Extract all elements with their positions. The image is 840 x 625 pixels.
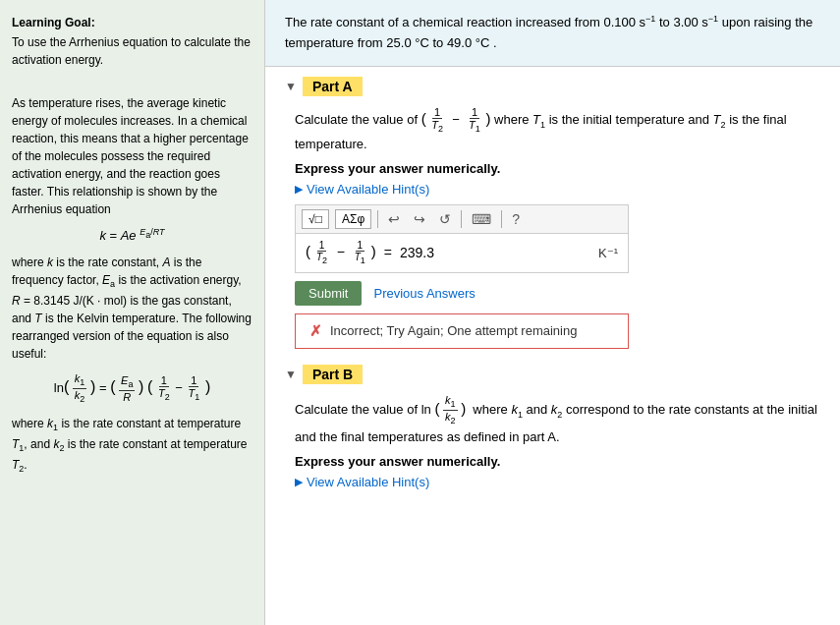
part-b-hint-text: View Available Hint(s) [307,475,429,489]
help-icon[interactable]: ? [508,209,524,229]
toolbar-divider [377,210,378,228]
answer-equals: = [384,245,392,260]
part-a-header: ▼ Part A [285,77,820,96]
sidebar-equation2: ln( k1k2 ) = ( EaR ) ( 1T2 − 1T1 ) [12,372,252,405]
problem-statement: The rate constant of a chemical reaction… [265,0,840,67]
part-b-express: Express your answer numerically. [295,454,820,469]
undo-icon[interactable]: ↩ [384,209,404,229]
part-a-section: ▼ Part A Calculate the value of ( 1T2 − … [285,77,820,349]
answer-math-label: ( 1T2 − 1T1 ) [306,240,376,266]
toolbar-divider3 [501,210,502,228]
part-a-label: Part A [303,77,363,96]
sidebar-equation1: k = Ae Ea/RT [12,226,252,246]
math-toolbar: √□ ΑΣφ ↩ ↪ ↺ ⌨ ? [295,204,629,233]
part-a-body: Calculate the value of ( 1T2 − 1T1 ) whe… [285,106,820,349]
incorrect-icon: ✗ [309,322,322,340]
redo-icon[interactable]: ↪ [410,209,429,229]
answer-input[interactable] [400,245,592,260]
sidebar-para2: where k is the rate constant, A is the f… [12,254,252,363]
part-b-hint[interactable]: ▶ View Available Hint(s) [295,475,820,489]
part-b-section: ▼ Part B Calculate the value of ln ( k1k… [285,365,820,489]
sidebar-para1: As temperature rises, the average kineti… [12,94,252,218]
part-b-label: Part B [303,365,363,384]
part-b-hint-arrow-icon: ▶ [295,476,303,488]
symbol-button[interactable]: ΑΣφ [335,209,371,229]
incorrect-text: Incorrect; Try Again; One attempt remain… [330,323,577,338]
part-b-question: Calculate the value of ln ( k1k2 ) where… [295,394,820,448]
part-a-express: Express your answer numerically. [295,161,820,176]
main-content: The rate constant of a chemical reaction… [265,0,840,625]
previous-answers-link[interactable]: Previous Answers [373,286,475,301]
sidebar: Learning Goal: To use the Arrhenius equa… [0,0,265,625]
problem-text: The rate constant of a chemical reaction… [285,15,812,50]
symbol-icon: ΑΣφ [342,212,364,226]
sqrt-button[interactable]: √□ [302,209,329,229]
part-a-hint[interactable]: ▶ View Available Hint(s) [295,182,820,197]
toolbar-divider2 [461,210,462,228]
part-b-header: ▼ Part B [285,365,820,384]
learning-goal-title: Learning Goal: [12,14,252,31]
hint-link-text: View Available Hint(s) [307,182,429,197]
part-a-question: Calculate the value of ( 1T2 − 1T1 ) whe… [295,106,820,155]
part-b-body: Calculate the value of ln ( k1k2 ) where… [285,394,820,489]
part-a-collapse-arrow[interactable]: ▼ [285,80,297,93]
submit-button[interactable]: Submit [295,281,362,306]
keyboard-icon[interactable]: ⌨ [468,209,495,229]
part-b-collapse-arrow[interactable]: ▼ [285,368,297,381]
parts-container: ▼ Part A Calculate the value of ( 1T2 − … [265,67,840,515]
hint-arrow-icon: ▶ [295,183,303,196]
sqrt-icon: √□ [308,212,322,226]
incorrect-banner: ✗ Incorrect; Try Again; One attempt rema… [295,313,629,349]
sidebar-para3: where k1 is the rate constant at tempera… [12,415,252,477]
submit-row: Submit Previous Answers [295,281,820,306]
answer-row: ( 1T2 − 1T1 ) = K⁻¹ [295,233,629,273]
answer-unit: K⁻¹ [598,246,618,260]
reset-icon[interactable]: ↺ [435,209,455,229]
learning-goal-text: To use the Arrhenius equation to calcula… [12,33,252,69]
